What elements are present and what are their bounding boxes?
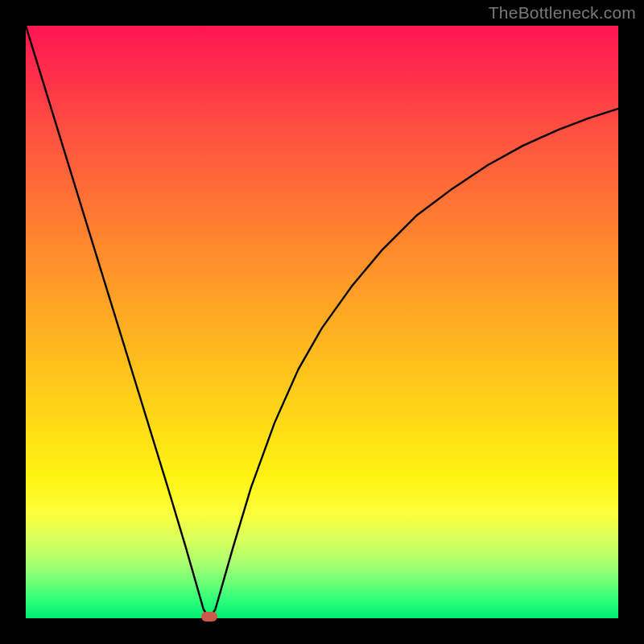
plot-area [26, 26, 618, 618]
bottleneck-curve [26, 26, 618, 618]
curve-path [26, 26, 618, 618]
watermark-text: TheBottleneck.com [489, 3, 636, 23]
min-point-marker [201, 612, 217, 621]
chart-frame: TheBottleneck.com [0, 0, 644, 644]
